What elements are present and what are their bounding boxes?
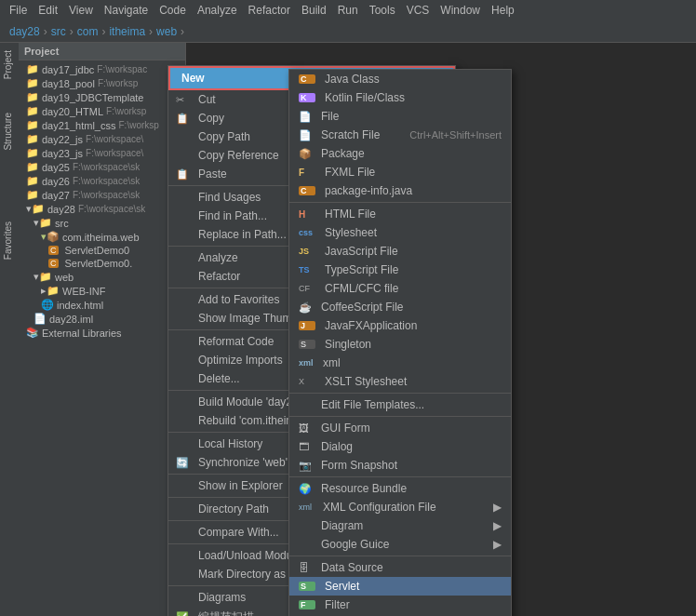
sm-sep3 [289,416,511,417]
tree-day21[interactable]: 📁 day21_html_css F:\worksp [19,118,185,132]
sm-stylesheet-label: Stylesheet [325,226,502,239]
menu-tools[interactable]: Tools [364,2,401,19]
sm-java-class[interactable]: C Java Class [289,70,511,88]
sm-edit-templates[interactable]: Edit File Templates... [289,395,511,414]
breadcrumb-web[interactable]: web [154,25,179,38]
sm-file[interactable]: 📄 File [289,107,511,126]
sm-fxml[interactable]: F FXML File [289,163,511,181]
menu-edit[interactable]: Edit [33,2,63,19]
tree-web[interactable]: ▾📁 web [19,270,185,284]
tree-day26[interactable]: 📁 day26 F:\workspace\sk [19,174,185,188]
xml-icon: xml [299,358,315,368]
sm-package-info[interactable]: C package-info.java [289,181,511,200]
sm-xml[interactable]: xml xml [289,354,511,372]
diagram-arrow: ▶ [493,519,502,532]
tree-day27[interactable]: 📁 day27 F:\workspace\sk [19,188,185,202]
project-tree: 📁 day17_jdbc F:\workspac 📁 day18_pool F:… [19,60,185,616]
sm-xslt-label: XSLT Stylesheet [325,375,502,388]
gui-icon: 🖼 [299,422,315,434]
menu-code[interactable]: Code [154,2,192,19]
breadcrumb-src[interactable]: src [49,25,68,38]
class-icon2: C [48,259,59,268]
sm-xml-config-label: XML Configuration File [323,501,489,514]
sm-cfml[interactable]: CF CFML/CFC file [289,279,511,298]
menu-file[interactable]: File [4,2,33,19]
tree-servlet1[interactable]: C ServletDemo0 [19,244,185,257]
folder-icon: 📁 [26,77,39,89]
sm-servlet[interactable]: S Servlet [289,577,511,596]
sm-kotlin[interactable]: K Kotlin File/Class [289,88,511,107]
tree-webinf[interactable]: ▸📁 WEB-INF [19,284,185,298]
sm-diagram[interactable]: Diagram ▶ [289,516,511,535]
sm-js[interactable]: JS JavaScript File [289,242,511,261]
sm-scratch-file[interactable]: 📄 Scratch File Ctrl+Alt+Shift+Insert [289,126,511,144]
sm-ts[interactable]: TS TypeScript File [289,261,511,279]
tree-day28[interactable]: ▾📁 day28 F:\workspace\sk [19,202,185,216]
sm-stylesheet[interactable]: css Stylesheet [289,223,511,242]
menu-run[interactable]: Run [332,2,364,19]
tree-day19[interactable]: 📁 day19_JDBCTemplate [19,90,185,104]
breadcrumb-itheima[interactable]: itheima [107,25,147,38]
menu-view[interactable]: View [63,2,99,19]
tree-servlet2[interactable]: C ServletDemo0. [19,257,185,270]
java-class-icon: C [299,74,315,84]
breadcrumb-sep2: › [68,25,75,38]
sm-filter[interactable]: F Filter [289,596,511,614]
tree-day18[interactable]: 📁 day18_pool F:\worksp [19,76,185,90]
sm-sep2 [289,393,511,394]
sm-edit-templates-label: Edit File Templates... [321,398,502,411]
tree-day25[interactable]: 📁 day25 F:\workspace\sk [19,160,185,174]
sm-google-guice[interactable]: Google Guice ▶ [289,535,511,554]
project-tab[interactable]: Project [0,43,19,87]
menu-help[interactable]: Help [486,2,520,19]
sm-package[interactable]: 📦 Package [289,144,511,163]
tree-com-itheima-web[interactable]: ▾📦 com.itheima.web [19,230,185,244]
tree-ext-libs[interactable]: 📚 External Libraries [19,326,185,340]
sm-form-snapshot[interactable]: 📷 Form Snapshot [289,456,511,475]
tree-day17[interactable]: 📁 day17_jdbc F:\workspac [19,62,185,76]
sm-singleton[interactable]: S Singleton [289,335,511,354]
sm-javafx[interactable]: J JavaFXApplication [289,316,511,335]
tree-index[interactable]: 🌐 index.html [19,298,185,312]
project-panel: Project 📁 day17_jdbc F:\workspac 📁 day18… [19,43,186,616]
html-icon: 🌐 [41,299,54,311]
menu-vcs[interactable]: VCS [401,2,435,19]
iml-icon: 📄 [33,313,47,325]
sm-data-source-label: Data Source [321,561,502,574]
menu-navigate[interactable]: Navigate [99,2,154,19]
breadcrumb-day28[interactable]: day28 [7,25,42,38]
kotlin-icon: K [299,93,315,102]
menu-refactor[interactable]: Refactor [243,2,296,19]
sm-xml-label: xml [323,356,502,369]
menu-analyze[interactable]: Analyze [192,2,243,19]
sm-gui-form[interactable]: 🖼 GUI Form [289,419,511,437]
menu-window[interactable]: Window [435,2,486,19]
sm-cfml-label: CFML/CFC file [325,282,502,295]
tree-day22[interactable]: 📁 day22_js F:\workspace\ [19,132,185,146]
structure-tab[interactable]: Structure [0,105,19,158]
sm-data-source[interactable]: 🗄 Data Source [289,558,511,577]
singleton-icon: S [299,340,315,349]
datasource-icon: 🗄 [299,562,315,573]
sm-xml-config[interactable]: xml XML Configuration File ▶ [289,498,511,516]
breadcrumb-com[interactable]: com [75,25,100,38]
tree-src[interactable]: ▾📁 src [19,216,185,230]
favorites-tab[interactable]: Favorites [0,214,19,267]
class-icon: C [48,246,59,255]
sm-coffee[interactable]: ☕ CoffeeScript File [289,298,511,316]
sm-kotlin-label: Kotlin File/Class [325,91,502,104]
sm-html[interactable]: H HTML File [289,205,511,223]
tree-iml[interactable]: 📄 day28.iml [19,312,185,326]
dialog-icon: 🗔 [299,441,315,452]
sm-gui-form-label: GUI Form [321,422,502,435]
libs-icon: 📚 [26,327,39,339]
sm-xslt[interactable]: X XSLT Stylesheet [289,372,511,391]
package-icon: ▾📦 [41,231,60,243]
menu-build[interactable]: Build [296,2,332,19]
sm-form-snapshot-label: Form Snapshot [321,459,502,472]
guice-arrow: ▶ [493,538,502,551]
tree-day20[interactable]: 📁 day20_HTML F:\worksp [19,104,185,118]
tree-day23[interactable]: 📁 day23_js F:\workspace\ [19,146,185,160]
sm-dialog[interactable]: 🗔 Dialog [289,437,511,456]
sm-resource-bundle[interactable]: 🌍 Resource Bundle [289,479,511,498]
